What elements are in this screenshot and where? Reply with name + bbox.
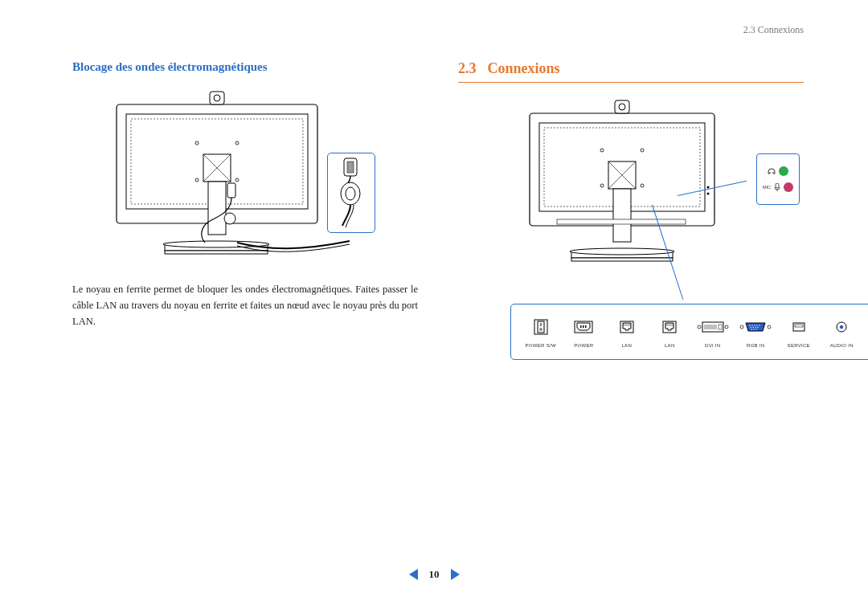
monitor-illustration-left xyxy=(108,90,382,267)
svg-rect-85 xyxy=(795,325,803,327)
svg-point-78 xyxy=(753,327,754,328)
page-navigation: 10 xyxy=(0,568,868,581)
headphone-jack-row xyxy=(768,166,788,176)
rj45-icon xyxy=(662,319,677,335)
figure-ferrite xyxy=(72,90,418,267)
port-label: DVI IN xyxy=(705,343,720,348)
port-panel-callout: POWER S/W POWER LAN xyxy=(510,304,868,360)
port-label: LAN xyxy=(665,343,675,348)
mic-label: MIC xyxy=(763,185,771,190)
running-head: 2.3 Connexions xyxy=(72,24,804,36)
svg-point-58 xyxy=(698,325,701,329)
svg-rect-10 xyxy=(208,182,226,235)
svg-rect-36 xyxy=(557,219,686,224)
port-power-switch: POWER S/W xyxy=(519,319,563,348)
svg-point-79 xyxy=(755,327,756,328)
svg-point-4 xyxy=(214,95,220,101)
vga-icon xyxy=(739,319,772,335)
left-subheading: Blocage des ondes électromagnétiques xyxy=(72,60,418,74)
port-label: RGB IN xyxy=(747,343,764,348)
svg-rect-30 xyxy=(613,189,631,242)
port-lan-2: LAN xyxy=(649,319,692,348)
port-service: SERVICE xyxy=(777,319,821,348)
svg-point-76 xyxy=(760,325,760,325)
figure-connections: MIC POWER S/W xyxy=(458,99,804,276)
svg-point-82 xyxy=(754,329,755,329)
svg-point-83 xyxy=(756,329,757,329)
headphone-icon xyxy=(768,167,776,175)
audio-jack-icon xyxy=(836,319,847,335)
jack-pink-icon xyxy=(784,182,793,192)
left-column: Blocage des ondes électromagnétiques xyxy=(72,60,418,329)
svg-point-75 xyxy=(757,325,758,325)
svg-rect-13 xyxy=(165,251,268,254)
power-inlet-icon xyxy=(574,319,593,335)
port-audio-in: AUDIO IN xyxy=(821,319,864,348)
svg-point-19 xyxy=(346,187,355,200)
port-rgb: RGB IN xyxy=(735,319,778,348)
svg-point-15 xyxy=(224,213,235,224)
svg-point-74 xyxy=(755,325,755,325)
port-label: POWER xyxy=(574,343,593,348)
svg-rect-37 xyxy=(776,183,779,188)
page-number: 10 xyxy=(429,568,440,581)
ferrite-callout xyxy=(327,153,375,233)
port-label: SERVICE xyxy=(788,343,810,348)
port-label: LAN xyxy=(621,343,632,348)
section-title-text: Connexions xyxy=(488,60,560,76)
mic-jack-row: MIC xyxy=(763,182,793,192)
svg-rect-17 xyxy=(347,161,354,173)
two-column-layout: Blocage des ondes électromagnétiques xyxy=(72,60,804,329)
mic-jack-callout: MIC xyxy=(756,153,800,205)
port-label: AUDIO IN xyxy=(830,343,854,348)
svg-point-70 xyxy=(740,325,743,329)
svg-rect-33 xyxy=(571,258,673,261)
left-body-text: Le noyau en ferrite permet de bloquer le… xyxy=(72,281,418,329)
port-dvi: DVI IN xyxy=(691,319,735,348)
svg-point-71 xyxy=(768,325,771,329)
svg-point-59 xyxy=(725,325,728,329)
svg-point-73 xyxy=(752,325,753,325)
section-number: 2.3 xyxy=(458,60,477,76)
svg-point-24 xyxy=(619,104,625,110)
svg-point-32 xyxy=(570,248,674,255)
svg-point-87 xyxy=(840,325,843,329)
svg-point-35 xyxy=(707,193,710,195)
svg-rect-43 xyxy=(580,325,582,328)
svg-point-72 xyxy=(750,325,751,325)
port-power: POWER xyxy=(563,319,606,348)
power-switch-icon xyxy=(534,319,548,335)
port-label: POWER S/W xyxy=(526,343,556,348)
svg-point-80 xyxy=(758,327,759,328)
jack-green-icon xyxy=(779,166,788,176)
monitor-illustration-right: MIC POWER S/W xyxy=(518,99,743,276)
svg-point-81 xyxy=(751,329,752,329)
prev-page-button[interactable] xyxy=(409,569,418,580)
usb-icon xyxy=(792,319,805,335)
dvi-icon xyxy=(697,319,729,335)
rj45-icon xyxy=(620,319,634,335)
svg-point-77 xyxy=(751,327,751,328)
section-heading: 2.3Connexions xyxy=(458,60,804,83)
port-lan-1: LAN xyxy=(605,319,649,348)
next-page-button[interactable] xyxy=(451,569,460,580)
svg-rect-44 xyxy=(583,325,584,328)
svg-rect-14 xyxy=(227,183,235,198)
svg-rect-45 xyxy=(585,325,587,328)
mic-icon xyxy=(774,183,780,191)
document-page: 2.3 Connexions Blocage des ondes électro… xyxy=(0,0,868,613)
right-column: 2.3Connexions xyxy=(458,60,804,329)
